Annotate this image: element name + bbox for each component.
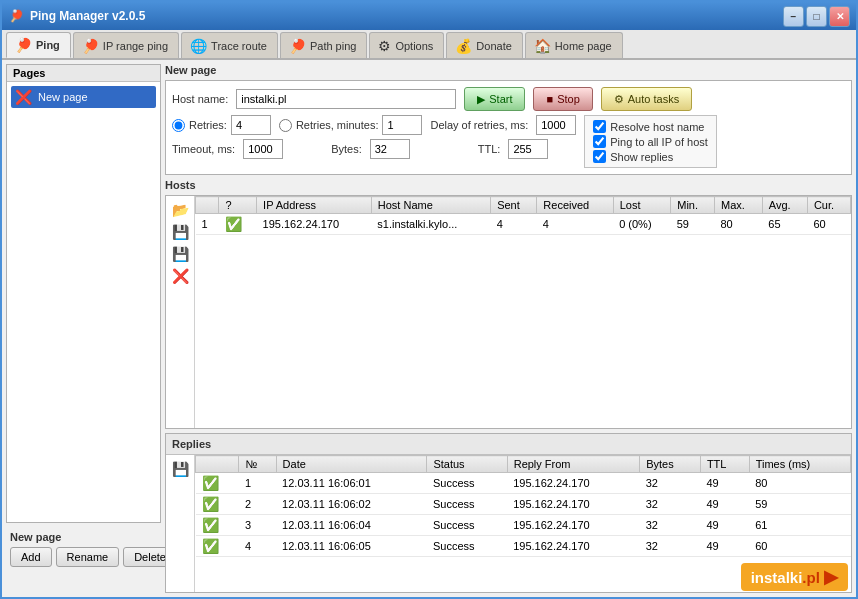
reply-row-from: 195.162.24.170 [507,515,640,536]
reply-row-status: Success [427,473,507,494]
auto-tasks-button[interactable]: ⚙ Auto tasks [601,87,692,111]
col-lost: Lost [613,197,671,214]
col-max: Max. [715,197,763,214]
new-page-section: New page Host name: ▶ Start ■ Stop [165,64,852,175]
checkboxes-panel: Resolve host name Ping to all IP of host… [584,115,717,168]
host-row-avg: 65 [762,214,807,235]
retries-minutes-input[interactable] [382,115,422,135]
host-name-input[interactable] [236,89,456,109]
replies-header: Replies [166,434,851,455]
app-icon: 🏓 [8,8,24,24]
hosts-table: ? IP Address Host Name Sent Received Los… [195,196,851,235]
hosts-save2-btn[interactable]: 💾 [170,244,190,264]
resolve-host-checkbox[interactable] [593,120,606,133]
page-item-label: New page [38,91,88,103]
col-min: Min. [671,197,715,214]
replies-table-row[interactable]: ✅ 3 12.03.11 16:06:04 Success 195.162.24… [196,515,851,536]
retries-input[interactable] [231,115,271,135]
page-item-new[interactable]: ❌ New page [11,86,156,108]
reply-col-status [196,456,239,473]
replies-table-row[interactable]: ✅ 2 12.03.11 16:06:02 Success 195.162.24… [196,494,851,515]
reply-row-date: 12.03.11 16:06:05 [276,536,427,557]
start-button[interactable]: ▶ Start [464,87,525,111]
reply-row-status: Success [427,515,507,536]
col-question: ? [219,197,257,214]
delay-label: Delay of retries, ms: [430,119,528,131]
replies-save-btn[interactable]: 💾 [170,459,190,479]
retries-radio[interactable] [172,119,185,132]
ttl-label: TTL: [478,143,501,155]
reply-row-date: 12.03.11 16:06:04 [276,515,427,536]
reply-row-icon: ✅ [196,515,239,536]
tab-traceroute-label: Trace route [211,40,267,52]
hosts-open-btn[interactable]: 📂 [170,200,190,220]
hosts-table-row[interactable]: 1 ✅ 195.162.24.170 s1.instalki.kylo... 4… [196,214,851,235]
ping-all-checkbox[interactable] [593,135,606,148]
col-num [196,197,219,214]
ip-range-tab-icon: 🏓 [82,38,99,54]
tab-donate[interactable]: 💰 Donate [446,32,522,58]
host-row-sent: 4 [491,214,537,235]
retries-minutes-label: Retries, minutes: [296,119,379,131]
reply-row-num: 4 [239,536,276,557]
reply-row-icon: ✅ [196,473,239,494]
donate-tab-icon: 💰 [455,38,472,54]
resolve-host-label: Resolve host name [610,121,704,133]
minimize-button[interactable]: − [783,6,804,27]
hosts-delete-btn[interactable]: ❌ [170,266,190,286]
bytes-input[interactable] [370,139,410,159]
replies-title: Replies [172,438,211,450]
col-avg: Avg. [762,197,807,214]
reply-row-ms: 61 [749,515,850,536]
replies-table-row[interactable]: ✅ 1 12.03.11 16:06:01 Success 195.162.24… [196,473,851,494]
traceroute-tab-icon: 🌐 [190,38,207,54]
tab-ip-range[interactable]: 🏓 IP range ping [73,32,179,58]
host-row-ip: 195.162.24.170 [257,214,372,235]
tab-ping-label: Ping [36,39,60,51]
reply-row-ms: 59 [749,494,850,515]
reply-row-from: 195.162.24.170 [507,494,640,515]
homepage-tab-icon: 🏠 [534,38,551,54]
new-page-section-title: New page [165,64,852,76]
tab-ping[interactable]: 🏓 Ping [6,32,71,58]
left-panel: Pages ❌ New page New page Add Rename Del… [6,64,161,593]
replies-table-row[interactable]: ✅ 4 12.03.11 16:06:05 Success 195.162.24… [196,536,851,557]
retries-minutes-radio[interactable] [279,119,292,132]
hosts-section: 📂 💾 💾 ❌ ? IP Addr [165,195,852,429]
retries-radio-group: Retries: [172,115,271,135]
rename-button[interactable]: Rename [56,547,120,567]
tab-traceroute[interactable]: 🌐 Trace route [181,32,278,58]
host-row-min: 59 [671,214,715,235]
main-window: 🏓 Ping Manager v2.0.5 − □ ✕ 🏓 Ping 🏓 IP … [0,0,858,599]
reply-row-icon: ✅ [196,536,239,557]
host-row-status: ✅ [219,214,257,235]
replies-table: № Date Status Reply From Bytes TTL Times… [195,455,851,557]
hosts-save-btn[interactable]: 💾 [170,222,190,242]
timeout-row: Timeout, ms: Bytes: TTL: [172,139,576,159]
hosts-content: 📂 💾 💾 ❌ ? IP Addr [166,196,851,428]
hosts-section-wrapper: Hosts 📂 💾 💾 ❌ [165,179,852,429]
tab-pathping[interactable]: 🏓 Path ping [280,32,367,58]
reply-col-ms: Times (ms) [749,456,850,473]
reply-row-ms: 60 [749,536,850,557]
tab-options[interactable]: ⚙ Options [369,32,444,58]
host-row-max: 80 [715,214,763,235]
reply-row-ttl: 49 [700,536,749,557]
reply-row-from: 195.162.24.170 [507,536,640,557]
ping-tab-icon: 🏓 [15,37,32,53]
retries-label: Retries: [189,119,227,131]
show-replies-checkbox[interactable] [593,150,606,163]
add-button[interactable]: Add [10,547,52,567]
stop-button[interactable]: ■ Stop [533,87,592,111]
pages-panel: Pages ❌ New page [6,64,161,523]
delay-input[interactable] [536,115,576,135]
timeout-input[interactable] [243,139,283,159]
reply-row-from: 195.162.24.170 [507,473,640,494]
close-button[interactable]: ✕ [829,6,850,27]
tab-homepage[interactable]: 🏠 Home page [525,32,623,58]
maximize-button[interactable]: □ [806,6,827,27]
reply-row-status: Success [427,494,507,515]
reply-row-bytes: 32 [640,494,701,515]
timeout-label: Timeout, ms: [172,143,235,155]
ttl-input[interactable] [508,139,548,159]
